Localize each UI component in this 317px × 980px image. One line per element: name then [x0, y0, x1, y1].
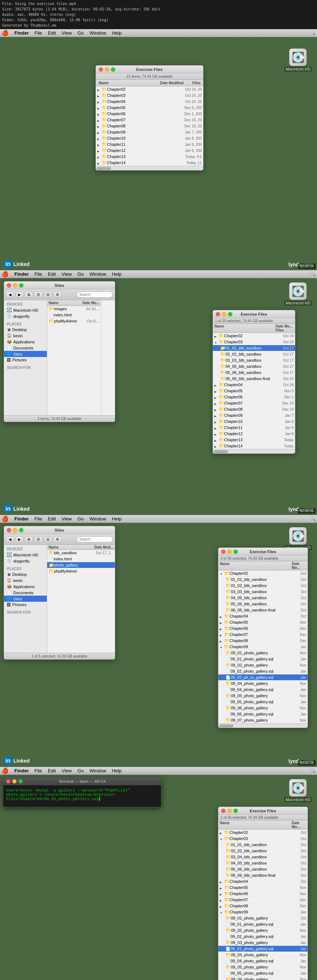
table-row[interactable]: 📁Chapter10Jan 8 — [213, 418, 295, 425]
table-row[interactable]: 📁Chapter09Jan 7 — [213, 412, 295, 418]
table-row[interactable]: 📁Chapter10Jan 8, 200 — [96, 135, 203, 142]
sidebar-item-mac-3[interactable]: 💽 Macintosh HD — [4, 552, 47, 558]
magnifier-icon-3[interactable]: 🔍 — [311, 517, 315, 521]
table-row[interactable]: 📁Chapter05Nov 5, 200 — [96, 105, 203, 111]
table-row[interactable]: 📁photo_gallery — [47, 562, 115, 568]
table-row[interactable]: 📁04_05_btb_sandboxOct — [218, 595, 307, 601]
forward-button-2[interactable]: ▶ — [16, 291, 23, 298]
view-btn1-2[interactable]: ⊞ — [25, 291, 33, 298]
menu-edit-4[interactable]: Edit — [45, 768, 59, 773]
magnifier-icon[interactable]: 🔍 — [311, 30, 315, 35]
apple-menu-3[interactable]: 🍎 — [2, 515, 9, 522]
table-row[interactable]: 📁Chapter08Dec — [218, 903, 307, 909]
table-row[interactable]: 📁05_06_btb_sandboxOct — [218, 866, 307, 872]
table-row[interactable]: 📁Chapter11Jan 9 — [213, 425, 295, 431]
table-row[interactable]: 📁Chapter04Oct — [218, 878, 307, 885]
menu-go-4[interactable]: Go — [75, 768, 86, 773]
table-row[interactable]: 📁09_05_photo_galleryNov — [218, 964, 307, 970]
menu-help-4[interactable]: Help — [109, 768, 125, 773]
traffic-lights-s3[interactable] — [7, 528, 23, 532]
sidebar-item-documents[interactable]: 📄 Documents — [4, 345, 47, 351]
menu-view-2[interactable]: View — [59, 271, 75, 277]
magnifier-icon-4[interactable]: 🔍 — [311, 768, 315, 773]
table-row[interactable]: 📁Chapter05Nov — [218, 619, 307, 625]
sidebar-item-kevin-3[interactable]: 🏠 kevin — [4, 577, 47, 583]
traffic-lights-ef3[interactable] — [221, 550, 238, 554]
table-row[interactable]: 📁09_02_photo_galleryNov — [218, 662, 307, 668]
table-row[interactable]: 📁09_07_photo_galleryNov — [218, 717, 307, 723]
table-row[interactable]: 📁Chapter14Today — [213, 443, 295, 449]
table-row[interactable]: 📁04_05_btb_sandboxOct 17 — [213, 363, 295, 370]
desktop-icon-hd-4[interactable]: 💽 Macintosh HD — [283, 778, 314, 803]
menu-file[interactable]: File — [32, 30, 45, 36]
table-row[interactable]: 📁06_06_btb_sandbox-finalOct — [218, 607, 307, 613]
menu-finder-4[interactable]: Finder — [11, 768, 32, 773]
sidebar-item-dragonfly[interactable]: 💿 dragonfly — [4, 313, 47, 319]
menu-window-2[interactable]: Window — [86, 271, 109, 277]
table-row[interactable]: 📁Chapter03Oct 24 — [213, 339, 295, 345]
sidebar-item-apps-3[interactable]: 📦 Applications — [4, 583, 47, 590]
traffic-lights-ef2[interactable] — [216, 312, 232, 317]
table-row[interactable]: 📁imagesJul 10,... — [47, 306, 101, 312]
sidebar-item-pictures[interactable]: 🖼 Pictures — [4, 357, 47, 363]
menu-edit-2[interactable]: Edit — [45, 271, 59, 277]
search-input-3[interactable] — [77, 536, 113, 542]
sidebar-item-desktop-3[interactable]: 🖥 Desktop — [4, 571, 47, 577]
action-btn-3[interactable]: ⚙ — [53, 536, 62, 542]
table-row[interactable]: 📁Chapter07Dec — [218, 632, 307, 638]
table-row[interactable]: 📁Chapter02Oct — [218, 570, 307, 577]
table-row[interactable]: 📁Chapter07Dec 19, 20 — [96, 117, 203, 123]
table-row[interactable]: 📁Chapter08Dec 19 — [213, 406, 295, 412]
minimize-s2[interactable] — [13, 283, 17, 288]
table-row[interactable]: 📁Chapter04Oct 24 — [213, 382, 295, 388]
close-s2[interactable] — [7, 283, 11, 288]
table-row[interactable]: 📄09_05_photo_gallery.sqlJan — [218, 699, 307, 705]
table-row[interactable]: 📁Chapter13Today — [213, 437, 295, 443]
table-row[interactable]: 📁03_03_btb_sandboxOct 17 — [213, 357, 295, 363]
menu-finder-3[interactable]: Finder — [11, 516, 32, 522]
table-row[interactable]: 📁01_01_btb_sandboxOct 17 — [213, 345, 295, 351]
maximize-button-1[interactable] — [111, 67, 115, 72]
table-row[interactable]: 📁Chapter09Jan 7, 200 — [96, 129, 203, 135]
table-row[interactable]: 📁Chapter13Today, 9:2 — [96, 154, 203, 160]
horizontal-scrollbar-1[interactable] — [96, 166, 203, 170]
menu-edit-3[interactable]: Edit — [45, 516, 59, 522]
scrollbar-thumb-1[interactable] — [96, 167, 111, 170]
table-row[interactable]: 📁Chapter04Oct 24, 20 — [96, 99, 203, 105]
view-btn2-3[interactable]: ☰ — [34, 536, 43, 542]
table-row[interactable]: 📁Chapter06Dec — [218, 891, 307, 897]
table-row[interactable]: 📁Chapter07Dec — [218, 897, 307, 903]
close-s3[interactable] — [7, 528, 11, 532]
minimize-ef3[interactable] — [227, 550, 232, 554]
table-row[interactable]: 📁Chapter02Oct 24 — [213, 333, 295, 339]
menu-window[interactable]: Window — [86, 30, 109, 36]
close-ef3[interactable] — [221, 550, 226, 554]
sidebar-item-macintosh[interactable]: 💽 Macintosh HD — [4, 307, 47, 313]
table-row[interactable]: 📁09_03_photo_galleryJan — [218, 940, 307, 946]
sidebar-item-docs-3[interactable]: 📄 Documents — [4, 590, 47, 596]
traffic-lights-ef4[interactable] — [221, 809, 238, 813]
table-row[interactable]: 📁03_04_btb_sandboxOct — [218, 854, 307, 860]
traffic-lights-s2[interactable] — [7, 283, 23, 288]
sidebar-item-kevin[interactable]: 🏠 kevin — [4, 332, 47, 339]
table-row[interactable]: 📁Chapter04Oct — [218, 613, 307, 619]
sidebar-item-desktop[interactable]: 🖥 Desktop — [4, 327, 47, 332]
table-row[interactable]: 📁06_06_btb_sandbox-finalOct 24 — [213, 376, 295, 382]
menu-go-2[interactable]: Go — [75, 271, 86, 277]
minimize-button-1[interactable] — [105, 67, 109, 72]
apple-menu-4[interactable]: 🍎 — [2, 767, 9, 774]
maximize-s2[interactable] — [19, 283, 23, 288]
table-row[interactable]: 📁Chapter06Dec 1, 200 — [96, 111, 203, 117]
table-row[interactable]: 📁05_06_btb_sandboxOct — [218, 601, 307, 607]
menu-view-4[interactable]: View — [59, 768, 75, 773]
table-row[interactable]: 📁05_06_btb_sandboxOct 17 — [213, 370, 295, 376]
back-button-2[interactable]: ◀ — [6, 291, 14, 298]
table-row[interactable]: 📁Chapter09Jan — [218, 644, 307, 650]
table-row[interactable]: 📁Chapter05Nov — [218, 885, 307, 891]
close-button-1[interactable] — [99, 67, 103, 72]
menu-file-3[interactable]: File — [32, 516, 45, 522]
close-ef4[interactable] — [221, 809, 226, 813]
traffic-lights-1[interactable] — [99, 67, 115, 72]
table-row[interactable]: 📁09_06_photo_galleryNov — [218, 977, 307, 980]
table-row[interactable]: 📄09_06_photo_gallery.sqlJan — [218, 711, 307, 717]
